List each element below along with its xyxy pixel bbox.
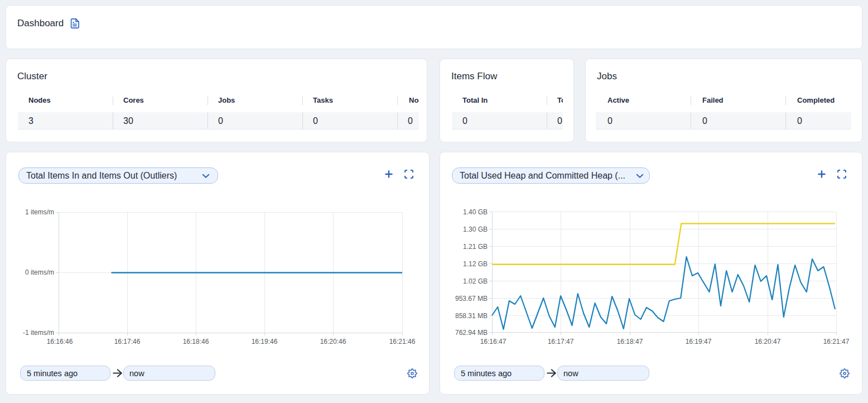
- svg-text:16:21:47: 16:21:47: [823, 338, 850, 346]
- svg-text:953.67 MB: 953.67 MB: [455, 295, 488, 303]
- svg-text:16:17:47: 16:17:47: [548, 338, 574, 346]
- svg-text:1.40 GB: 1.40 GB: [463, 208, 488, 216]
- svg-text:16:18:46: 16:18:46: [183, 338, 209, 346]
- svg-text:16:19:46: 16:19:46: [252, 338, 278, 346]
- svg-text:858.31 MB: 858.31 MB: [455, 312, 488, 320]
- svg-text:16:19:47: 16:19:47: [686, 338, 712, 346]
- svg-text:16:20:46: 16:20:46: [320, 338, 346, 346]
- svg-text:1.02 GB: 1.02 GB: [463, 277, 488, 285]
- svg-text:16:20:47: 16:20:47: [755, 338, 781, 346]
- svg-text:0 items/m: 0 items/m: [25, 268, 54, 276]
- svg-text:1.30 GB: 1.30 GB: [463, 226, 488, 233]
- svg-text:16:21:46: 16:21:46: [389, 338, 416, 346]
- svg-text:16:18:47: 16:18:47: [617, 338, 643, 346]
- svg-text:1 items/m: 1 items/m: [25, 208, 54, 216]
- svg-text:1.21 GB: 1.21 GB: [463, 243, 488, 251]
- svg-text:16:16:46: 16:16:46: [47, 338, 73, 346]
- svg-text:1.12 GB: 1.12 GB: [463, 260, 488, 268]
- svg-text:16:16:47: 16:16:47: [480, 338, 507, 346]
- svg-text:762.94 MB: 762.94 MB: [455, 329, 488, 337]
- svg-text:16:17:46: 16:17:46: [114, 338, 141, 346]
- svg-text:-1 items/m: -1 items/m: [23, 329, 54, 337]
